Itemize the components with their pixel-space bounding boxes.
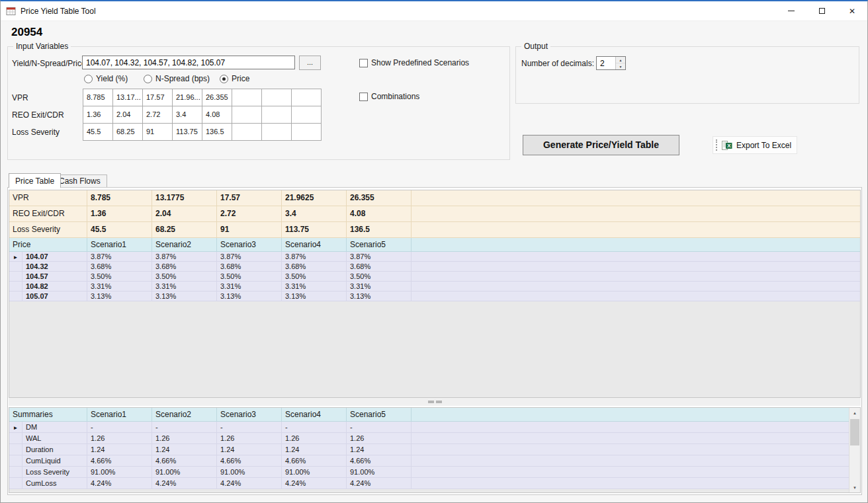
row-header[interactable] [9,467,22,478]
yield-cell[interactable]: 3.87% [217,252,282,262]
vertical-scrollbar[interactable]: ▲ ▼ [849,408,860,492]
input-grid-cell[interactable]: 13.17... [113,89,143,106]
param-cell[interactable]: 1.36 [87,206,152,222]
summary-row[interactable]: CumLoss 4.24% 4.24% 4.24% 4.24% 4.24% [9,478,849,489]
summary-value-cell[interactable]: 1.26 [282,433,347,444]
param-cell[interactable]: 2.04 [152,206,217,222]
summary-label-cell[interactable]: Duration [22,444,87,455]
yield-cell[interactable]: 3.87% [282,252,347,262]
input-grid-cell[interactable]: 68.25 [113,124,143,141]
param-cell[interactable]: 26.355 [347,190,412,206]
grid-splitter[interactable] [9,398,861,406]
maximize-button[interactable] [806,1,837,20]
summary-value-cell[interactable]: 4.66% [152,455,217,467]
price-cell[interactable]: 104.57 [22,272,87,282]
summary-value-cell[interactable]: 1.26 [217,433,282,444]
param-cell[interactable]: 2.72 [217,206,282,222]
summary-value-cell[interactable]: - [152,422,217,433]
browse-button[interactable]: ... [299,56,321,70]
input-grid-cell[interactable]: 2.72 [143,106,173,124]
summary-label-cell[interactable]: CumLiquid [22,455,87,467]
summary-value-cell[interactable]: 1.24 [152,444,217,455]
input-grid-cell[interactable] [232,124,262,141]
summary-value-cell[interactable]: 91.00% [347,467,412,478]
yield-cell[interactable]: 3.87% [87,252,152,262]
yield-cell[interactable]: 3.68% [347,262,412,272]
param-cell[interactable]: 3.4 [282,206,347,222]
input-grid-cell[interactable] [292,124,322,141]
scrollbar-thumb[interactable] [850,419,859,445]
summary-label-cell[interactable]: DM [22,422,87,433]
price-row[interactable]: 105.07 3.13% 3.13% 3.13% 3.13% 3.13% [9,291,860,301]
input-grid-cell[interactable]: 1.36 [83,106,113,124]
summary-value-cell[interactable]: 91.00% [87,467,152,478]
input-grid-cell[interactable]: 2.04 [113,106,143,124]
checkbox-combinations[interactable]: Combinations [359,92,419,101]
input-grid-cell[interactable] [292,89,322,106]
yield-cell[interactable]: 3.31% [217,282,282,291]
summary-row[interactable]: ► DM - - - - - [9,422,849,433]
yield-cell[interactable]: 3.31% [152,282,217,291]
row-header[interactable] [9,291,22,301]
checkbox-show-predefined-scenarios[interactable]: Show Predefined Scenarios [359,58,469,67]
param-cell[interactable]: 21.9625 [282,190,347,206]
yield-cell[interactable]: 3.13% [152,291,217,301]
price-cell[interactable]: 105.07 [22,291,87,301]
decimals-up-button[interactable]: ▲ [616,57,625,63]
input-grid-cell[interactable] [262,89,292,106]
price-cell[interactable]: 104.32 [22,262,87,272]
summary-value-cell[interactable]: - [347,422,412,433]
input-grid-cell[interactable]: 113.75 [173,124,202,141]
yield-cell[interactable]: 3.87% [347,252,412,262]
summary-value-cell[interactable]: 4.66% [347,455,412,467]
radio-yield[interactable]: Yield (%) [84,74,128,83]
row-header[interactable]: ► [9,422,22,433]
summary-value-cell[interactable]: 1.24 [347,444,412,455]
price-cell[interactable]: 104.07 [22,252,87,262]
summary-value-cell[interactable]: - [282,422,347,433]
summary-value-cell[interactable]: - [217,422,282,433]
input-grid-cell[interactable]: 45.5 [83,124,113,141]
tab-price-table[interactable]: Price Table [9,173,61,188]
scroll-up-button[interactable]: ▲ [849,408,860,418]
input-grid-cell[interactable] [262,124,292,141]
yield-cell[interactable]: 3.50% [347,272,412,282]
summary-row[interactable]: WAL 1.26 1.26 1.26 1.26 1.26 [9,433,849,444]
summary-label-cell[interactable]: CumLoss [22,478,87,489]
price-row[interactable]: 104.57 3.50% 3.50% 3.50% 3.50% 3.50% [9,272,860,282]
summary-value-cell[interactable]: 1.24 [282,444,347,455]
summary-label-cell[interactable]: WAL [22,433,87,444]
yield-cell[interactable]: 3.68% [152,262,217,272]
summary-row[interactable]: CumLiquid 4.66% 4.66% 4.66% 4.66% 4.66% [9,455,849,467]
scrollbar-track[interactable] [849,418,860,483]
price-row[interactable]: 104.32 3.68% 3.68% 3.68% 3.68% 3.68% [9,262,860,272]
decimals-down-button[interactable]: ▼ [616,63,625,69]
param-label[interactable]: REO Exit/CDR [9,206,87,222]
input-grid-cell[interactable] [232,106,262,124]
input-grid-cell[interactable] [232,89,262,106]
price-row[interactable]: 104.82 3.31% 3.31% 3.31% 3.31% 3.31% [9,282,860,291]
param-cell[interactable]: 136.5 [347,222,412,238]
param-label[interactable]: VPR [9,190,87,206]
yield-cell[interactable]: 3.50% [282,272,347,282]
row-header[interactable] [9,455,22,467]
param-cell[interactable]: 68.25 [152,222,217,238]
param-cell[interactable]: 4.08 [347,206,412,222]
summary-value-cell[interactable]: 4.66% [217,455,282,467]
price-row[interactable]: ► 104.07 3.87% 3.87% 3.87% 3.87% 3.87% [9,252,860,262]
yield-cell[interactable]: 3.50% [152,272,217,282]
param-label[interactable]: Loss Severity [9,222,87,238]
decimals-stepper[interactable]: ▲ ▼ [596,56,626,70]
yield-cell[interactable]: 3.31% [347,282,412,291]
input-grid-cell[interactable]: 4.08 [202,106,232,124]
export-to-excel-button[interactable]: Export To Excel [736,141,791,150]
param-cell[interactable]: 17.57 [217,190,282,206]
summary-value-cell[interactable]: 1.26 [347,433,412,444]
radio-price[interactable]: Price [220,74,249,83]
yield-nspread-price-input[interactable] [82,56,295,69]
yield-cell[interactable]: 3.13% [87,291,152,301]
row-header[interactable] [9,282,22,291]
input-grid-cell[interactable]: 8.785 [83,89,113,106]
decimals-input[interactable] [597,57,615,69]
input-grid-cell[interactable]: 91 [143,124,173,141]
